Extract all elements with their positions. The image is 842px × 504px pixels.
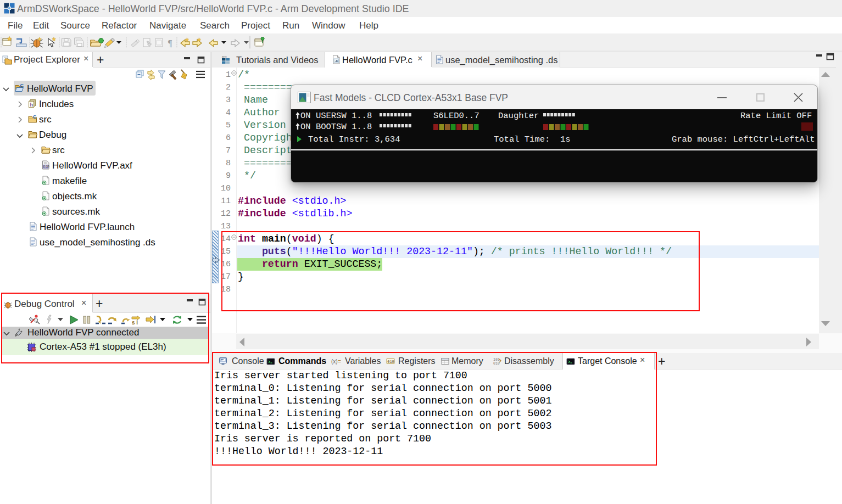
svg-text:¶: ¶ <box>168 38 172 48</box>
